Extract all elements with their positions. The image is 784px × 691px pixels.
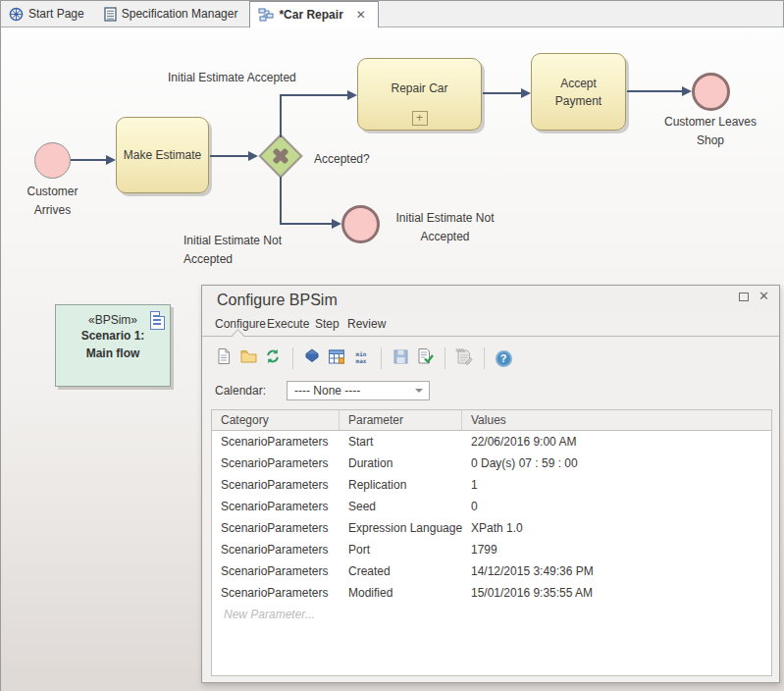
flow-repair-to-accept[interactable]: [483, 92, 521, 94]
artifact-name: Scenario 1: Main flow: [56, 327, 170, 362]
table-row[interactable]: ScenarioParameters Expression Language X…: [212, 517, 771, 539]
tab-start-page[interactable]: Start Page: [1, 1, 96, 27]
tab-step[interactable]: Step: [315, 317, 340, 331]
toolbar-separator: [381, 347, 382, 369]
end-event-not-accepted[interactable]: [341, 205, 380, 243]
refresh-icon: [264, 347, 282, 369]
refresh-button[interactable]: [261, 346, 285, 370]
arrowhead: [332, 219, 341, 229]
task-accept-payment[interactable]: Accept Payment: [531, 53, 626, 131]
diagram-icon: [258, 8, 274, 22]
dialog-titlebar[interactable]: Configure BPSim ✕: [202, 286, 779, 314]
tab-label: Start Page: [28, 7, 84, 21]
gateway-diamond: [258, 133, 302, 178]
eraser-button[interactable]: [300, 346, 324, 370]
column-header-parameter[interactable]: Parameter: [340, 410, 462, 430]
chevron-down-icon: [415, 389, 423, 393]
validate-button[interactable]: [413, 346, 437, 370]
minmax-button[interactable]: min max: [349, 346, 373, 370]
cell-parameter: Seed: [340, 496, 462, 517]
cell-value: 0: [462, 496, 771, 517]
validate-icon: [416, 347, 435, 369]
task-make-estimate[interactable]: Make Estimate: [116, 117, 209, 193]
cell-category: ScenarioParameters: [212, 452, 340, 474]
flow-not-accepted-segment[interactable]: [280, 177, 282, 224]
table-row[interactable]: ScenarioParameters Start 22/06/2016 9:00…: [212, 431, 771, 452]
open-button[interactable]: [236, 346, 260, 370]
close-icon[interactable]: ✕: [758, 292, 769, 301]
calendar-dropdown[interactable]: ---- None ----: [287, 381, 430, 400]
table-row[interactable]: ScenarioParameters Created 14/12/2015 3:…: [212, 560, 771, 582]
cell-parameter: Replication: [340, 474, 462, 496]
gateway-label: Accepted?: [314, 150, 370, 169]
artifact-document-icon: [150, 311, 165, 330]
bpsim-scenario-artifact[interactable]: «BPSim» Scenario 1: Main flow: [55, 304, 171, 387]
flow-accepted-label: Initial Estimate Accepted: [168, 69, 296, 87]
cell-parameter: Start: [340, 431, 462, 452]
calendar-label: Calendar:: [215, 384, 287, 398]
help-button[interactable]: ?: [492, 346, 515, 370]
cell-parameter: Modified: [340, 582, 462, 604]
tab-specification-manager[interactable]: Specification Manager: [96, 1, 250, 27]
dialog-toolbar: min max XML ?: [202, 337, 779, 380]
table-row[interactable]: ScenarioParameters Modified 15/01/2016 9…: [212, 582, 771, 604]
subprocess-marker-icon[interactable]: +: [412, 111, 428, 126]
flow-accepted-segment[interactable]: [280, 94, 347, 96]
start-page-icon: [9, 7, 24, 22]
arrowhead: [521, 88, 531, 98]
new-file-icon: [215, 347, 233, 369]
toolbar-separator: [292, 347, 293, 369]
tab-execute[interactable]: Execute: [267, 317, 309, 331]
flow-accepted-segment[interactable]: [280, 94, 282, 137]
cell-parameter: Port: [340, 539, 462, 560]
save-button[interactable]: [389, 346, 412, 370]
task-label: Make Estimate: [124, 148, 201, 162]
flow-not-accepted-segment[interactable]: [280, 223, 332, 225]
cell-category: ScenarioParameters: [212, 431, 340, 452]
cell-value: XPath 1.0: [462, 517, 771, 539]
ea-window: Start Page Specification Manager *Car Re…: [0, 0, 784, 691]
flow-accept-to-end[interactable]: [627, 90, 682, 92]
new-button[interactable]: [212, 346, 235, 370]
table-row[interactable]: ScenarioParameters Port 1799: [212, 539, 771, 560]
calendar-value: ---- None ----: [294, 384, 360, 398]
task-label: Accept Payment: [555, 75, 601, 110]
maximize-icon[interactable]: [739, 292, 749, 301]
cell-value: 1: [462, 474, 771, 496]
cell-parameter: Expression Language: [340, 517, 462, 539]
column-header-values[interactable]: Values: [462, 410, 771, 430]
cell-category: ScenarioParameters: [212, 474, 340, 496]
start-event-customer-arrives[interactable]: [34, 142, 71, 179]
cell-category: ScenarioParameters: [212, 517, 340, 539]
xml-export-button[interactable]: XML: [452, 346, 476, 370]
configure-bpsim-dialog: Configure BPSim ✕ Configure Execute Step…: [201, 285, 780, 683]
flow-make-estimate-to-gateway[interactable]: [210, 155, 248, 157]
new-parameter-row[interactable]: New Parameter...: [212, 604, 771, 625]
cell-value: 22/06/2016 9:00 AM: [462, 431, 771, 452]
cell-parameter: Duration: [340, 452, 462, 474]
toolbar-separator: [444, 347, 445, 369]
table-row[interactable]: ScenarioParameters Duration 0 Day(s) 07 …: [212, 452, 771, 474]
column-header-category[interactable]: Category: [212, 410, 340, 430]
task-label: Repair Car: [391, 81, 447, 95]
table-icon: [328, 348, 345, 369]
task-repair-car[interactable]: Repair Car +: [357, 58, 482, 131]
end-event-customer-leaves[interactable]: [692, 73, 730, 111]
eraser-icon: [304, 348, 320, 368]
cell-value: 0 Day(s) 07 : 59 : 00: [462, 452, 771, 474]
table-row[interactable]: ScenarioParameters Seed 0: [212, 496, 771, 517]
end-event-label: Initial Estimate Not Accepted: [384, 209, 506, 245]
tab-car-repair[interactable]: *Car Repair ✕: [249, 1, 378, 27]
tab-configure[interactable]: Configure: [215, 317, 266, 331]
table-button[interactable]: [325, 346, 348, 370]
table-row[interactable]: ScenarioParameters Replication 1: [212, 474, 771, 496]
tab-review[interactable]: Review: [347, 317, 386, 331]
arrowhead: [682, 86, 692, 96]
tab-label: Specification Manager: [122, 7, 238, 21]
close-tab-icon[interactable]: ✕: [356, 8, 366, 22]
flow-start-to-make-estimate[interactable]: [71, 159, 106, 161]
cell-category: ScenarioParameters: [212, 560, 340, 582]
document-tabbar: Start Page Specification Manager *Car Re…: [1, 1, 783, 27]
toolbar-separator: [484, 347, 485, 369]
gateway-accepted[interactable]: [259, 134, 302, 178]
